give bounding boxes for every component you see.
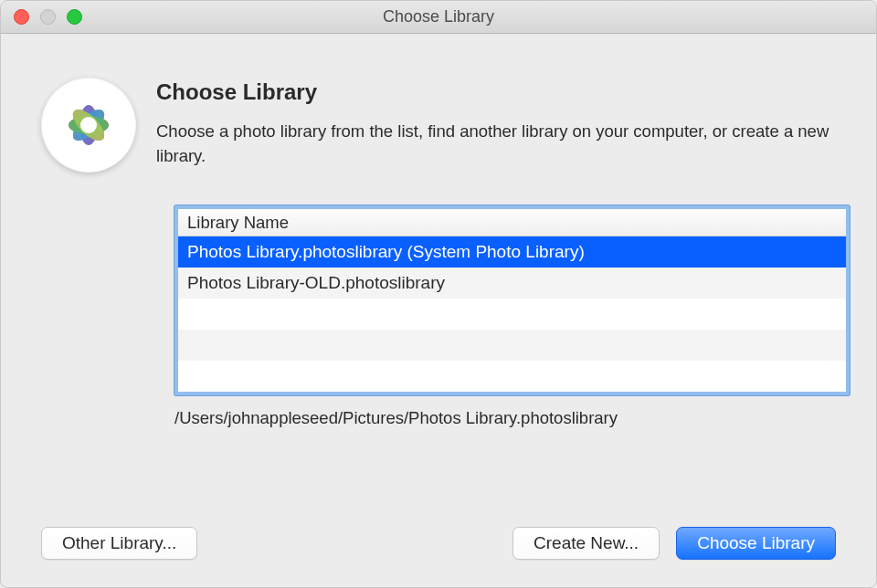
close-icon[interactable]: [14, 9, 29, 25]
table-row[interactable]: [178, 361, 846, 392]
table-row[interactable]: Photos Library.photoslibrary (System Pho…: [178, 236, 846, 268]
table-body: Photos Library.photoslibrary (System Pho…: [178, 236, 846, 392]
dialog-subheading: Choose a photo library from the list, fi…: [156, 120, 836, 169]
minimize-icon: [40, 9, 56, 25]
titlebar: Choose Library: [1, 1, 876, 34]
svg-point-8: [80, 117, 97, 133]
button-row: Other Library... Create New... Choose Li…: [41, 527, 836, 560]
choose-library-button[interactable]: Choose Library: [676, 527, 836, 560]
dialog-heading: Choose Library: [156, 79, 836, 105]
photos-app-icon: [41, 78, 136, 173]
create-new-button[interactable]: Create New...: [512, 527, 660, 560]
zoom-icon[interactable]: [67, 9, 82, 25]
dialog-content: Choose Library Choose a photo library fr…: [1, 34, 876, 428]
table-row[interactable]: [178, 299, 846, 330]
table-row[interactable]: Photos Library-OLD.photoslibrary: [178, 268, 846, 299]
table-row[interactable]: [178, 330, 846, 361]
window-title: Choose Library: [1, 7, 876, 26]
column-header-library-name[interactable]: Library Name: [178, 209, 846, 236]
window-controls: [14, 9, 82, 25]
other-library-button[interactable]: Other Library...: [41, 527, 197, 560]
selected-library-path: /Users/johnappleseed/Pictures/Photos Lib…: [174, 408, 850, 428]
library-table: Library Name Photos Library.photoslibrar…: [174, 205, 850, 395]
app-icon-container: [41, 78, 136, 173]
